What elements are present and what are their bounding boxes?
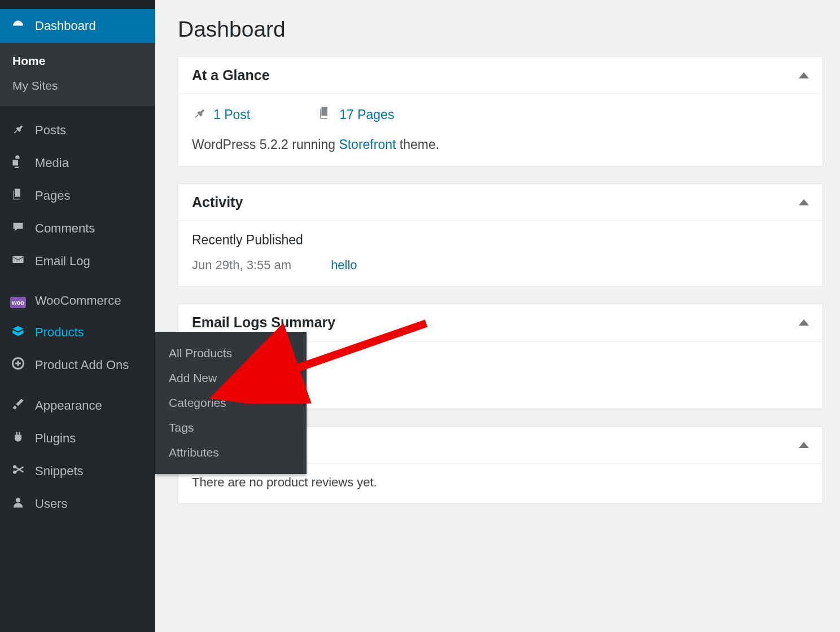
media-icon [10,155,26,172]
sidebar-item-products[interactable]: Products [0,316,155,349]
no-reviews-text: There are no product reviews yet. [192,475,809,490]
flyout-categories[interactable]: Categories [155,390,307,415]
plug-icon [10,430,26,447]
panel-head[interactable]: At a Glance [178,57,823,94]
page-title: Dashboard [178,17,823,42]
sidebar-item-label: Snippets [35,464,84,479]
panel-title: Activity [192,194,243,210]
sidebar-item-dashboard[interactable]: Dashboard [0,9,155,43]
panel-title: Email Logs Summary [192,314,335,331]
sidebar-item-label: Product Add Ons [35,358,129,372]
sidebar-item-label: Products [35,325,84,340]
pages-icon [10,187,26,204]
admin-topbar-strip [0,0,155,9]
main-content: Dashboard At a Glance 1 Post [155,0,840,632]
wp-version-line: WordPress 5.2.2 running Storefront theme… [192,137,809,152]
sidebar-item-label: Comments [35,221,95,236]
flyout-add-new[interactable]: Add New [155,366,307,390]
activity-date: Jun 29th, 3:55 am [192,258,291,273]
sidebar-dashboard-submenu: Home My Sites [0,43,155,106]
scissors-icon [10,463,26,480]
activity-subtitle: Recently Published [192,232,809,248]
sidebar-item-label: WooCommerce [35,293,121,308]
pages-icon [318,106,333,124]
admin-sidebar: Dashboard Home My Sites Posts Media Page… [0,0,155,632]
sidebar-item-woocommerce[interactable]: woo WooCommerce [0,286,155,316]
flyout-all-products[interactable]: All Products [155,341,307,366]
sidebar-item-posts[interactable]: Posts [0,114,155,147]
sidebar-item-label: Dashboard [35,19,96,33]
sidebar-item-label: Posts [35,123,66,138]
pin-icon [10,122,26,139]
user-icon [10,495,26,512]
comment-icon [10,220,26,237]
sidebar-sub-mysites[interactable]: My Sites [0,73,155,98]
flyout-attributes[interactable]: Attributes [155,440,307,465]
sidebar-item-appearance[interactable]: Appearance [0,389,155,422]
sidebar-item-comments[interactable]: Comments [0,212,155,245]
mail-icon [10,253,26,270]
sidebar-item-label: Appearance [35,398,102,413]
brush-icon [10,397,26,414]
sidebar-item-users[interactable]: Users [0,488,155,520]
panel-title: At a Glance [192,67,270,84]
sidebar-item-product-addons[interactable]: Product Add Ons [0,349,155,381]
sidebar-item-snippets[interactable]: Snippets [0,455,155,488]
products-flyout-menu: All Products Add New Categories Tags Att… [155,332,307,474]
collapse-icon[interactable] [799,319,809,326]
panel-at-a-glance: At a Glance 1 Post 17 Pages [178,56,823,166]
pin-icon [192,106,207,124]
sidebar-item-label: Pages [35,188,70,203]
collapse-icon[interactable] [799,442,809,448]
sidebar-item-media[interactable]: Media [0,147,155,179]
glance-pages[interactable]: 17 Pages [318,106,394,124]
glance-pages-link[interactable]: 17 Pages [339,107,394,122]
flyout-tags[interactable]: Tags [155,415,307,440]
plus-circle-icon [10,357,26,374]
sidebar-item-label: Users [35,497,67,511]
sidebar-item-plugins[interactable]: Plugins [0,422,155,455]
collapse-icon[interactable] [799,72,809,78]
collapse-icon[interactable] [799,199,809,205]
panel-head[interactable]: Activity [178,184,823,221]
glance-posts-link[interactable]: 1 Post [213,107,250,122]
sidebar-sub-home[interactable]: Home [0,49,155,73]
sidebar-item-label: Plugins [35,431,76,446]
sidebar-item-label: Email Log [35,254,90,269]
woo-icon: woo [10,293,26,308]
svg-point-3 [16,498,20,502]
glance-posts[interactable]: 1 Post [192,106,250,124]
sidebar-item-emaillog[interactable]: Email Log [0,245,155,278]
activity-post-link[interactable]: hello [331,258,357,273]
panel-activity: Activity Recently Published Jun 29th, 3:… [178,183,823,287]
dashboard-icon [10,17,26,35]
box-icon [10,324,26,341]
activity-row: Jun 29th, 3:55 am hello [192,258,809,273]
theme-link[interactable]: Storefront [339,137,396,152]
sidebar-item-pages[interactable]: Pages [0,179,155,212]
sidebar-item-label: Media [35,156,69,170]
